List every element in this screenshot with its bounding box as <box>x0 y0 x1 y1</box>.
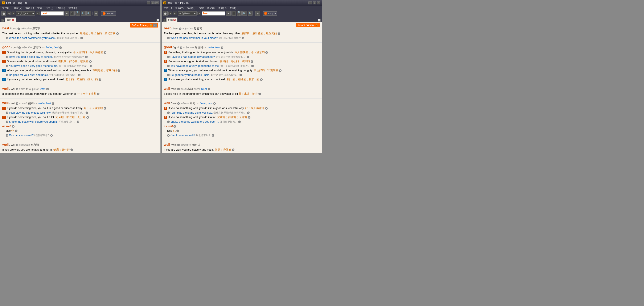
audio-good-1-r[interactable] <box>265 51 268 54</box>
audio-well-adv-ex1b-r[interactable] <box>247 111 250 114</box>
bookmark-btn-right[interactable]: ★ <box>226 11 231 16</box>
menu-edit-right[interactable]: 编辑(E) <box>186 6 196 10</box>
jumpto-btn-right[interactable]: J JumpTo <box>262 11 277 15</box>
toolbar-btn-1-right[interactable]: ⬤ <box>163 11 168 16</box>
maximize-button-left[interactable]: □ <box>151 1 154 4</box>
menu-search-left[interactable]: 搜索 <box>36 6 43 10</box>
audio-as-well[interactable] <box>12 125 14 128</box>
dict-nav-left[interactable]: ▼ <box>36 11 40 15</box>
audio-well-noun[interactable] <box>16 88 18 90</box>
audio-best-r[interactable] <box>179 27 182 30</box>
minimize-button-left[interactable]: ─ <box>147 1 150 4</box>
audio-good-ex3[interactable] <box>6 74 8 76</box>
menu-favorites-right[interactable]: 收藏(R) <box>218 6 227 10</box>
audio-best-ex1-r[interactable] <box>167 37 170 39</box>
tab-expand-btn-right[interactable]: ⬜ <box>318 19 321 22</box>
menu-history-right[interactable]: 历史(I) <box>206 6 215 10</box>
audio-well-adv-ex2b-r[interactable] <box>238 121 241 123</box>
icon-btn-2-right[interactable]: ⬛ <box>232 11 236 16</box>
audio-good-1[interactable] <box>104 51 106 54</box>
audio-good-ex1-r[interactable] <box>167 56 170 58</box>
content-area-left[interactable]: Oxford Primary 🔒 ▼ best / best adjective… <box>0 22 160 153</box>
back-btn-right[interactable]: ◀ <box>168 11 172 15</box>
menu-file-right[interactable]: 文件(F) <box>163 6 172 10</box>
audio-good-4-r[interactable] <box>260 78 262 81</box>
audio-good-ex3b-r[interactable] <box>240 74 242 76</box>
audio-well-adv-ex2-r[interactable] <box>167 121 170 123</box>
audio-well-adv-cs[interactable] <box>52 102 54 105</box>
zoom-out-left[interactable]: 🔍- <box>81 11 86 16</box>
audio-good-ex2b-r[interactable] <box>251 65 254 67</box>
zoom-in-right[interactable]: 🔍+ <box>237 11 242 16</box>
audio-well-adv-ex1b[interactable] <box>86 111 88 114</box>
audio-well-adv-ex1-r[interactable] <box>167 111 170 114</box>
zoom-reset-right[interactable]: 🔍 <box>248 11 252 16</box>
audio-best-ex1[interactable] <box>6 37 8 39</box>
zoom-reset-left[interactable]: 🔍 <box>86 11 91 16</box>
menu-favorites-left[interactable]: 收藏(R) <box>56 6 66 10</box>
audio-good-ex3b[interactable] <box>78 74 80 76</box>
zoom-in-left[interactable]: 🔍+ <box>76 11 80 16</box>
audio-well-adv-ex2[interactable] <box>6 121 8 123</box>
minimize-button-right[interactable]: ─ <box>308 1 312 4</box>
audio-as-well-r[interactable] <box>174 125 176 128</box>
audio-good-cs-r[interactable] <box>221 46 223 49</box>
audio-as-well-def-r[interactable] <box>176 130 179 132</box>
menu-edit-left[interactable]: 编辑(E) <box>25 6 34 10</box>
tab-expand-btn-left[interactable]: ⬜ <box>156 19 159 22</box>
audio-good-ex2[interactable] <box>6 65 8 67</box>
menu-view-left[interactable]: 查看(V) <box>13 6 23 10</box>
layout-btn-right[interactable]: ⊞ <box>255 11 260 16</box>
forward-btn-left[interactable]: ▶ <box>12 11 15 15</box>
audio-as-well-ex-r[interactable] <box>167 134 170 137</box>
audio-as-well-def[interactable] <box>15 130 18 132</box>
audio-best-ex1b[interactable] <box>80 37 83 39</box>
audio-well-adv-cs-r[interactable] <box>213 102 216 105</box>
forward-btn-right[interactable]: ▶ <box>173 11 177 15</box>
audio-good-3[interactable] <box>118 69 120 72</box>
audio-well-adv-ex2b[interactable] <box>77 121 79 123</box>
icon-btn-2-left[interactable]: ⬛ <box>70 11 75 16</box>
dict-nav-right[interactable]: ▼ <box>198 11 201 15</box>
audio-well-adv-2-r[interactable] <box>248 116 250 119</box>
audio-well-noun-def[interactable] <box>97 93 100 95</box>
maximize-button-right[interactable]: □ <box>313 1 316 4</box>
audio-good-ex2-r[interactable] <box>167 65 170 67</box>
menu-help-right[interactable]: 帮助(H) <box>229 6 239 10</box>
audio-good-4[interactable] <box>98 78 101 81</box>
audio-good-ex3-r[interactable] <box>167 74 170 76</box>
tab-size-btn-right[interactable]: ⊞ <box>163 19 166 22</box>
tab-best-close-left[interactable]: ✕ <box>12 19 14 21</box>
dict-select-right[interactable]: E-英汉ESL <box>178 11 196 15</box>
audio-good-2[interactable] <box>89 60 92 63</box>
tab-size-btn-left[interactable]: ⊞ <box>2 19 4 22</box>
audio-well-adv-r[interactable] <box>177 102 180 105</box>
audio-good-ex2b[interactable] <box>90 65 92 67</box>
menu-search-right[interactable]: 搜索 <box>198 6 204 10</box>
search-input-left[interactable] <box>40 11 64 15</box>
search-input-right[interactable] <box>202 11 225 15</box>
audio-well-adv-ex1[interactable] <box>6 111 8 114</box>
audio-well-adj-def-r[interactable] <box>232 148 234 151</box>
audio-best-ex1b-r[interactable] <box>242 37 244 39</box>
audio-well-adj[interactable] <box>16 144 18 146</box>
audio-well-noun-cs-r[interactable] <box>208 88 210 90</box>
tab-best-close-right[interactable]: ✕ <box>174 19 176 21</box>
audio-well-adv[interactable] <box>16 102 18 105</box>
audio-well-adj-def[interactable] <box>70 148 73 151</box>
audio-as-well-exb[interactable] <box>50 134 53 137</box>
oxford-expand-btn-left[interactable]: ▼ <box>153 23 157 27</box>
audio-well-adj-r[interactable] <box>177 144 180 146</box>
audio-well-noun-cs[interactable] <box>46 88 49 90</box>
audio-as-well-exb-r[interactable] <box>212 134 214 137</box>
audio-well-adv-1-r[interactable] <box>265 107 268 110</box>
audio-as-well-ex[interactable] <box>6 134 8 137</box>
audio-good-3-r[interactable] <box>279 69 282 72</box>
tab-best-left[interactable]: best ✕ <box>5 17 16 22</box>
menu-help-left[interactable]: 帮助(H) <box>68 6 78 10</box>
menu-view-right[interactable]: 查看(V) <box>174 6 184 10</box>
audio-good-ex1[interactable] <box>6 56 8 58</box>
close-button-right[interactable]: ✕ <box>317 1 320 4</box>
jumpto-btn-left[interactable]: J JumpTo <box>101 11 116 15</box>
dict-select-left[interactable]: E-英汉ESL <box>16 11 35 15</box>
